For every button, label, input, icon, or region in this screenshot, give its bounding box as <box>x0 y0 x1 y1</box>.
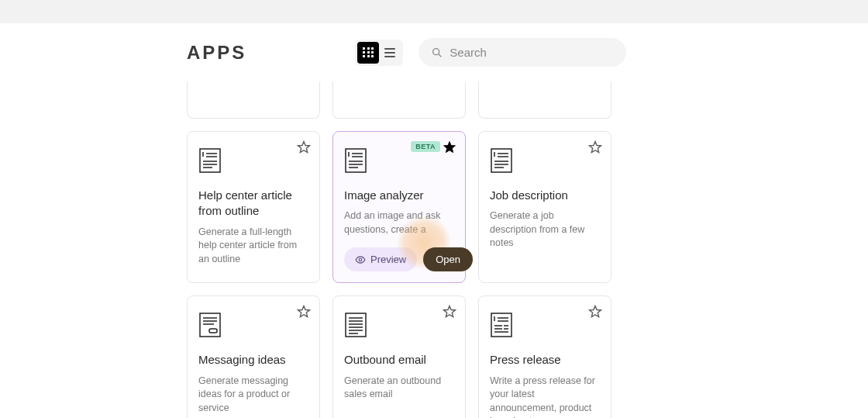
list-view-button[interactable] <box>379 42 401 64</box>
view-toggle <box>355 40 403 66</box>
card-title: Help center article from outline <box>198 188 308 219</box>
svg-point-18 <box>359 258 362 261</box>
card-description: Generate a full-length help center artic… <box>198 226 308 267</box>
svg-marker-41 <box>590 306 601 317</box>
card-partial[interactable] <box>187 81 320 119</box>
svg-marker-19 <box>590 142 601 153</box>
document-icon <box>198 147 222 174</box>
top-bar <box>0 0 868 23</box>
favorite-button[interactable] <box>587 304 603 320</box>
favorite-button[interactable] <box>442 140 457 155</box>
card-actions: Preview Open <box>344 247 454 271</box>
star-outline-icon <box>296 140 312 155</box>
preview-label: Preview <box>370 254 406 265</box>
search-input[interactable] <box>450 46 614 59</box>
star-filled-icon <box>442 140 457 155</box>
card-title: Outbound email <box>344 352 454 368</box>
star-outline-icon <box>587 140 603 155</box>
svg-point-0 <box>433 48 439 54</box>
favorite-button[interactable] <box>442 304 457 320</box>
card-job-description[interactable]: Job description Generate a job descripti… <box>478 131 611 283</box>
svg-marker-27 <box>298 306 310 317</box>
star-outline-icon <box>442 304 457 320</box>
card-help-center[interactable]: Help center article from outline Generat… <box>187 131 320 283</box>
search-box[interactable] <box>418 38 626 67</box>
list-icon <box>384 48 395 57</box>
page-title: APPS <box>187 42 246 64</box>
grid-view-button[interactable] <box>357 42 379 64</box>
card-title: Messaging ideas <box>198 352 308 368</box>
beta-badge: BETA <box>411 141 440 152</box>
card-title: Image analyzer <box>344 188 454 203</box>
document-icon <box>490 147 513 174</box>
card-title: Press release <box>490 352 600 368</box>
svg-line-1 <box>439 54 441 57</box>
eye-icon <box>355 254 366 265</box>
favorite-button[interactable] <box>296 304 312 320</box>
card-description: Generate a job description from a few no… <box>490 209 600 250</box>
card-partial[interactable] <box>478 81 611 119</box>
svg-marker-10 <box>444 142 456 153</box>
document-notes-icon <box>198 312 222 338</box>
card-outbound-email[interactable]: Outbound email Generate an outbound sale… <box>332 295 466 418</box>
svg-marker-33 <box>444 306 456 317</box>
svg-rect-32 <box>209 329 217 333</box>
card-image-analyzer[interactable]: BETA Image analyzer Add an image and ask… <box>332 131 466 283</box>
card-title: Job description <box>490 188 600 203</box>
favorite-button[interactable] <box>296 140 312 155</box>
star-outline-icon <box>587 304 603 320</box>
star-outline-icon <box>296 304 312 320</box>
cards-grid: Help center article from outline Generat… <box>187 81 868 418</box>
card-description: Write a press release for your latest an… <box>490 375 600 419</box>
document-press-icon <box>490 312 513 338</box>
card-messaging-ideas[interactable]: Messaging ideas Generate messaging ideas… <box>187 295 320 418</box>
open-label: Open <box>436 254 460 265</box>
card-description: Add an image and ask questions, create a <box>344 209 454 237</box>
card-partial[interactable] <box>332 81 466 119</box>
page-header: APPS <box>187 23 868 81</box>
document-icon <box>344 147 367 174</box>
card-description: Generate messaging ideas for a product o… <box>198 375 308 416</box>
favorite-button[interactable] <box>587 140 603 155</box>
search-icon <box>431 47 443 59</box>
card-press-release[interactable]: Press release Write a press release for … <box>478 295 611 418</box>
open-button[interactable]: Open <box>423 247 473 271</box>
svg-marker-2 <box>298 142 310 153</box>
card-description: Generate an outbound sales email <box>344 375 454 402</box>
preview-button[interactable]: Preview <box>344 247 417 271</box>
grid-icon <box>363 47 374 58</box>
document-lines-icon <box>344 312 367 338</box>
